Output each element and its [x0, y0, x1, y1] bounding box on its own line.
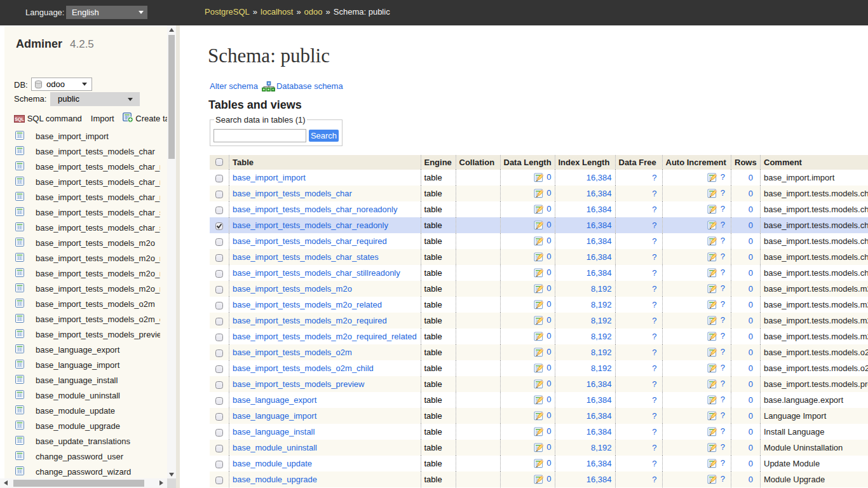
svg-text:SQL: SQL: [15, 117, 24, 122]
